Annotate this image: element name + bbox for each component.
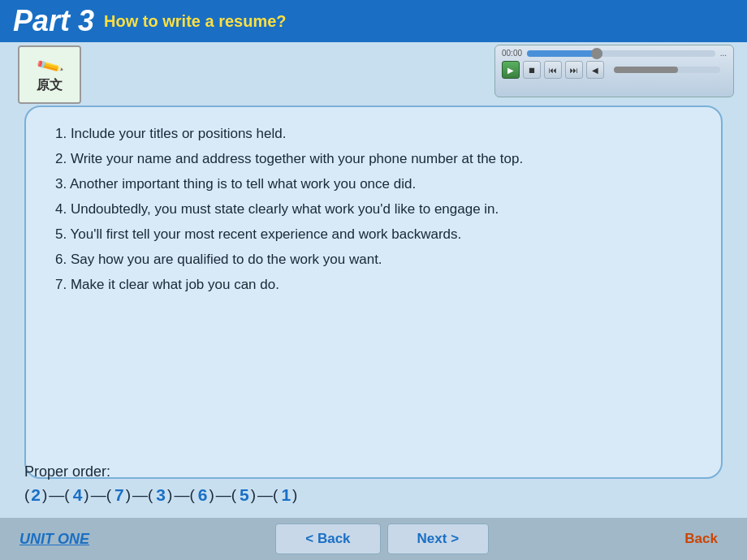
main-content-box: 1. Include your titles or positions held…	[24, 106, 723, 479]
player-controls: ▶ ⏹ ⏮ ⏭ ◀	[502, 61, 727, 79]
back-right-button[interactable]: Back	[655, 531, 747, 547]
list-item: 5. You'll first tell your most recent ex…	[55, 227, 692, 241]
content-list: 1. Include your titles or positions held…	[55, 127, 692, 291]
volume-bar[interactable]	[614, 67, 720, 73]
list-item: 4. Undoubtedly, you must state clearly w…	[55, 202, 692, 216]
list-item: 1. Include your titles or positions held…	[55, 127, 692, 140]
player-time: 00:00	[502, 49, 522, 58]
logo-box: ✏️ 原文	[18, 45, 81, 104]
part-text: Part 3	[13, 4, 94, 37]
progress-thumb	[591, 48, 602, 59]
media-player: 00:00 ... ▶ ⏹ ⏮ ⏭ ◀	[494, 45, 734, 97]
back-button[interactable]: < Back	[275, 523, 380, 554]
proper-order-label: Proper order:	[24, 463, 723, 480]
order-sequence: ( 2 ) —( 4 ) —( 7 ) —( 3 ) —( 6 ) —( 5 )…	[24, 485, 723, 505]
stop-button[interactable]: ⏹	[523, 61, 541, 79]
fast-forward-button[interactable]: ⏭	[565, 61, 583, 79]
logo-area: ✏️ 原文	[13, 42, 86, 107]
step-back-button[interactable]: ◀	[586, 61, 604, 79]
next-button[interactable]: Next >	[387, 523, 490, 554]
proper-order-section: Proper order: ( 2 ) —( 4 ) —( 7 ) —( 3 )…	[24, 463, 723, 505]
unit-label[interactable]: UNIT ONE	[0, 531, 109, 548]
play-button[interactable]: ▶	[502, 61, 520, 79]
logo-inner: ✏️ 原文	[19, 47, 80, 102]
list-item: 2. Write your name and address together …	[55, 152, 692, 166]
list-item: 3. Another important thing is to tell wh…	[55, 177, 692, 191]
list-item: 6. Say how you are qualified to do the w…	[55, 252, 692, 266]
progress-bar[interactable]	[527, 50, 715, 57]
logo-text: 原文	[37, 77, 63, 94]
footer-nav: < Back Next >	[272, 523, 492, 554]
rewind-button[interactable]: ⏮	[544, 61, 562, 79]
player-time-end: ...	[720, 49, 727, 58]
footer-bar: UNIT ONE < Back Next > Back	[0, 518, 747, 560]
header-title: How to write a resume?	[104, 12, 287, 31]
header-bar: Part 3 How to write a resume?	[0, 0, 747, 42]
player-top-bar: 00:00 ...	[502, 49, 727, 58]
volume-fill	[614, 67, 678, 73]
part-label: Part 3	[13, 4, 94, 38]
list-item: 7. Make it clear what job you can do.	[55, 278, 692, 291]
